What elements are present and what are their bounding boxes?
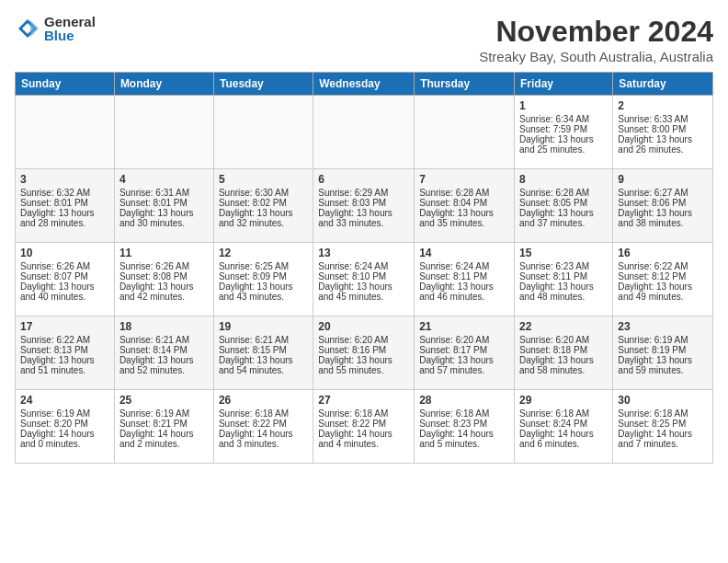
day-info: Sunset: 8:15 PM	[219, 345, 308, 355]
day-info: Daylight: 13 hours and 37 minutes.	[519, 208, 608, 228]
day-info: Sunrise: 6:19 AM	[119, 408, 209, 419]
day-number: 16	[618, 247, 708, 259]
day-info: Sunrise: 6:20 AM	[519, 335, 608, 345]
day-info: Daylight: 13 hours and 43 minutes.	[219, 282, 308, 302]
day-info: Daylight: 13 hours and 59 minutes.	[618, 355, 708, 375]
day-info: Sunrise: 6:29 AM	[318, 188, 409, 198]
day-info: Sunrise: 6:19 AM	[618, 335, 708, 345]
calendar-week-row: 17Sunrise: 6:22 AMSunset: 8:13 PMDayligh…	[16, 316, 713, 390]
day-number: 8	[519, 173, 608, 186]
calendar-day-header: Monday	[114, 73, 213, 96]
day-number: 20	[318, 320, 409, 333]
day-info: Sunrise: 6:27 AM	[618, 188, 708, 198]
day-info: Sunset: 8:04 PM	[419, 198, 509, 208]
calendar-cell: 9Sunrise: 6:27 AMSunset: 8:06 PMDaylight…	[613, 169, 713, 243]
day-number: 10	[20, 247, 109, 259]
calendar-cell: 8Sunrise: 6:28 AMSunset: 8:05 PMDaylight…	[515, 169, 613, 243]
day-info: Sunrise: 6:18 AM	[519, 408, 608, 419]
calendar-cell: 29Sunrise: 6:18 AMSunset: 8:24 PMDayligh…	[515, 390, 613, 464]
day-info: Sunrise: 6:33 AM	[618, 114, 708, 124]
day-info: Sunrise: 6:28 AM	[519, 188, 608, 198]
day-info: Sunset: 8:11 PM	[419, 271, 509, 282]
day-number: 21	[419, 320, 509, 333]
day-info: Sunset: 8:13 PM	[20, 345, 109, 355]
calendar-cell: 3Sunrise: 6:32 AMSunset: 8:01 PMDaylight…	[16, 169, 115, 243]
day-info: Sunset: 8:22 PM	[219, 419, 308, 429]
day-number: 14	[419, 247, 509, 259]
svg-marker-2	[30, 20, 39, 37]
day-number: 13	[318, 247, 409, 259]
day-number: 6	[318, 173, 409, 186]
day-info: Sunset: 8:06 PM	[618, 198, 708, 208]
day-info: Sunrise: 6:18 AM	[618, 408, 708, 419]
day-number: 27	[318, 394, 409, 407]
day-info: Daylight: 13 hours and 40 minutes.	[20, 282, 109, 302]
day-number: 22	[519, 320, 608, 333]
day-number: 15	[519, 247, 608, 259]
logo-blue: Blue	[44, 29, 96, 42]
calendar-cell: 23Sunrise: 6:19 AMSunset: 8:19 PMDayligh…	[613, 316, 713, 390]
day-number: 30	[618, 394, 708, 407]
day-info: Sunset: 8:17 PM	[419, 345, 509, 355]
calendar-day-header: Tuesday	[213, 73, 313, 96]
day-number: 5	[219, 173, 308, 186]
calendar-cell: 13Sunrise: 6:24 AMSunset: 8:10 PMDayligh…	[313, 243, 415, 316]
day-number: 11	[119, 247, 209, 259]
calendar-cell: 24Sunrise: 6:19 AMSunset: 8:20 PMDayligh…	[16, 390, 115, 464]
calendar-cell: 20Sunrise: 6:20 AMSunset: 8:16 PMDayligh…	[313, 316, 415, 390]
day-info: Daylight: 13 hours and 46 minutes.	[419, 282, 509, 302]
day-info: Sunset: 8:12 PM	[618, 271, 708, 282]
day-info: Daylight: 14 hours and 0 minutes.	[20, 429, 109, 449]
calendar-cell: 2Sunrise: 6:33 AMSunset: 8:00 PMDaylight…	[613, 96, 713, 169]
day-info: Sunrise: 6:19 AM	[20, 408, 109, 419]
day-info: Sunrise: 6:26 AM	[20, 261, 109, 271]
calendar-cell: 26Sunrise: 6:18 AMSunset: 8:22 PMDayligh…	[213, 390, 313, 464]
day-info: Sunset: 8:22 PM	[318, 419, 409, 429]
day-number: 25	[119, 394, 209, 407]
day-info: Sunrise: 6:30 AM	[219, 188, 308, 198]
calendar-cell: 14Sunrise: 6:24 AMSunset: 8:11 PMDayligh…	[415, 243, 515, 316]
logo-text: General Blue	[44, 15, 96, 42]
day-info: Sunset: 8:16 PM	[318, 345, 409, 355]
day-info: Sunrise: 6:34 AM	[519, 114, 608, 124]
calendar-cell	[415, 96, 515, 169]
day-info: Daylight: 13 hours and 45 minutes.	[318, 282, 409, 302]
day-info: Sunset: 8:11 PM	[519, 271, 608, 282]
calendar-cell: 11Sunrise: 6:26 AMSunset: 8:08 PMDayligh…	[114, 243, 213, 316]
day-info: Sunrise: 6:32 AM	[20, 188, 109, 198]
page-header: General Blue November 2024 Streaky Bay, …	[15, 15, 713, 64]
day-number: 29	[519, 394, 608, 407]
title-block: November 2024 Streaky Bay, South Austral…	[479, 15, 713, 64]
calendar-day-header: Thursday	[415, 73, 515, 96]
day-info: Sunrise: 6:31 AM	[119, 188, 209, 198]
calendar-cell	[16, 96, 115, 169]
day-number: 19	[219, 320, 308, 333]
calendar-week-row: 10Sunrise: 6:26 AMSunset: 8:07 PMDayligh…	[16, 243, 713, 316]
calendar-cell: 30Sunrise: 6:18 AMSunset: 8:25 PMDayligh…	[613, 390, 713, 464]
day-info: Sunset: 8:18 PM	[519, 345, 608, 355]
day-info: Daylight: 13 hours and 42 minutes.	[119, 282, 209, 302]
calendar-week-row: 3Sunrise: 6:32 AMSunset: 8:01 PMDaylight…	[16, 169, 713, 243]
calendar-cell	[114, 96, 213, 169]
day-number: 23	[618, 320, 708, 333]
calendar-cell: 1Sunrise: 6:34 AMSunset: 7:59 PMDaylight…	[515, 96, 613, 169]
day-info: Sunrise: 6:23 AM	[519, 261, 608, 271]
calendar-cell: 27Sunrise: 6:18 AMSunset: 8:22 PMDayligh…	[313, 390, 415, 464]
day-info: Sunset: 8:09 PM	[219, 271, 308, 282]
calendar-cell: 10Sunrise: 6:26 AMSunset: 8:07 PMDayligh…	[16, 243, 115, 316]
day-info: Sunrise: 6:28 AM	[419, 188, 509, 198]
calendar-cell	[213, 96, 313, 169]
day-number: 24	[20, 394, 109, 407]
day-info: Daylight: 14 hours and 7 minutes.	[618, 429, 708, 449]
day-info: Sunset: 8:00 PM	[618, 124, 708, 134]
day-info: Sunset: 8:20 PM	[20, 419, 109, 429]
day-info: Daylight: 13 hours and 48 minutes.	[519, 282, 608, 302]
day-info: Daylight: 13 hours and 32 minutes.	[219, 208, 308, 228]
logo: General Blue	[15, 15, 96, 42]
logo-icon	[15, 16, 40, 41]
day-info: Sunrise: 6:22 AM	[618, 261, 708, 271]
day-info: Sunrise: 6:21 AM	[119, 335, 209, 345]
day-info: Sunrise: 6:20 AM	[318, 335, 409, 345]
day-number: 17	[20, 320, 109, 333]
day-number: 18	[119, 320, 209, 333]
